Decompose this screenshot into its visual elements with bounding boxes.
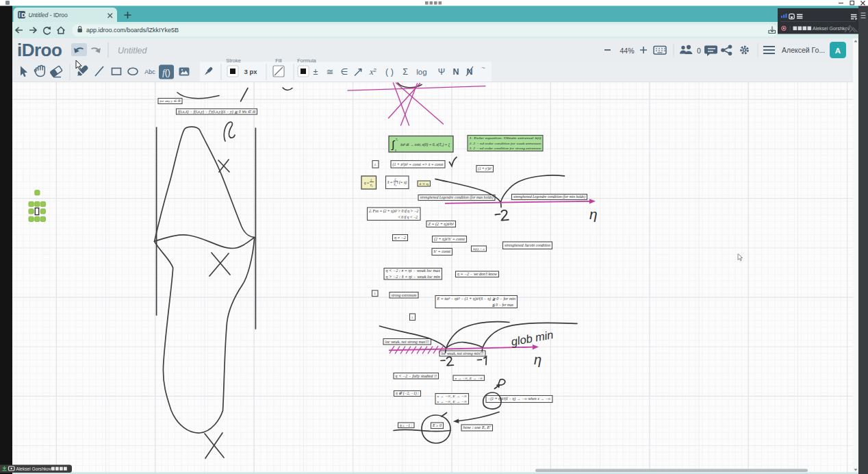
- svg-text:(1 + ẋ²)ẋ² ≡ const => ẋ ≡ co: (1 + ẋ²)ẋ² ≡ const => ẋ ≡ const: [393, 162, 444, 167]
- svg-text:(1 + y′)ẋ²: (1 + y′)ẋ²: [478, 166, 492, 171]
- svg-text:1.: 1.: [411, 316, 413, 319]
- svg-text:η > −2 : x̂ = ηt − weak loc mi: η > −2 : x̂ = ηt − weak loc min: [385, 275, 440, 279]
- svg-text:A: A: [835, 47, 841, 55]
- svg-text:η: η: [589, 206, 598, 222]
- svg-text:Σ: Σ: [403, 67, 408, 77]
- svg-text:N: N: [452, 67, 459, 77]
- svg-text:h(t) = c: h(t) = c: [473, 247, 485, 251]
- svg-text:η ∉ (−2, −1) :: η ∉ (−2, −1) :: [396, 391, 419, 396]
- svg-text:1.: 1.: [374, 163, 377, 166]
- svg-text:ξ: ξ: [371, 178, 372, 182]
- svg-text:±: ±: [314, 67, 318, 77]
- svg-text:f(t,x,ẋ) − f(t,x,y) − f′y(t,x,: f(t,x,ẋ) − f(t,x,y) − f′y(t,x,y)(ẋ − y) …: [178, 110, 256, 114]
- svg-text:3.: 3.: [374, 292, 376, 295]
- svg-text:≦ 0 − for max: ≦ 0 − for max: [492, 303, 513, 307]
- svg-text:Z = (2 + η)ẋ²h²: Z = (2 + η)ẋ²h²: [428, 222, 454, 227]
- svg-text:strenghened Jacobi condition: strenghened Jacobi condition: [505, 243, 550, 247]
- svg-text:44%: 44%: [620, 47, 634, 55]
- svg-text:Aleksei Gorshkov: Aleksei Gorshkov: [813, 26, 850, 31]
- svg-text:η = −2 − we don’t know: η = −2 − we don’t know: [457, 272, 498, 276]
- svg-text:ξ: ξ: [395, 177, 396, 181]
- svg-text:E = ẋα² − ηẋ² − (1 + η)ẋ²(x̂ −: E = ẋα² − ηẋ² − (1 + η)ẋ²(x̂ − η) ≩ 0 − …: [436, 297, 515, 301]
- svg-text:0: 0: [395, 149, 396, 152]
- svg-text:T₀: T₀: [370, 184, 373, 187]
- svg-text:~: ~: [481, 64, 485, 72]
- svg-text:strenghened Legendre condition: strenghened Legendre condition (for min …: [513, 195, 585, 199]
- svg-text:3. 2 − nd order condition for: 3. 2 − nd order condition for strong ext…: [470, 147, 542, 150]
- svg-text:η < −2 : x̂ = ηt − weak loc ma: η < −2 : x̂ = ηt − weak loc max: [385, 269, 440, 273]
- svg-text:x̂ ≡ η: x̂ ≡ η: [418, 182, 429, 186]
- svg-text:D: D: [21, 12, 25, 18]
- svg-text:(2 + η)ẋ′h′ = const: (2 + η)ẋ′h′ = const: [434, 237, 465, 242]
- svg-text:strong extremum: strong extremum: [392, 293, 417, 297]
- svg-text:∈: ∈: [341, 67, 348, 77]
- svg-text:iDroo: iDroo: [17, 40, 62, 60]
- svg-text:η =: η =: [364, 181, 369, 185]
- svg-text:2. 2 − nd order condition for: 2. 2 − nd order condition for weak extre…: [470, 142, 542, 145]
- svg-text:for any y ∈ ℝ: for any y ∈ ℝ: [160, 99, 181, 103]
- svg-text:η < −2 − fully studied !!: η < −2 − fully studied !!: [396, 374, 437, 378]
- svg-text:η: η: [534, 352, 541, 367]
- svg-text:how : use E, E′: how : use E, E′: [463, 425, 492, 429]
- svg-text:≅: ≅: [327, 67, 333, 77]
- svg-text:1. Euler equation. Obtain extr: 1. Euler equation. Obtain extremal x̂(t): [470, 136, 542, 140]
- svg-text:Untitled: Untitled: [118, 46, 147, 55]
- svg-text:η ≠ −2: η ≠ −2: [394, 236, 406, 240]
- svg-text:h′ = const: h′ = const: [434, 249, 451, 253]
- svg-text:Formula: Formula: [297, 58, 316, 64]
- svg-text:loc weak, not strong min!!!: loc weak, not strong min!!!: [442, 351, 484, 356]
- svg-text:Untitled - IDroo: Untitled - IDroo: [29, 12, 68, 18]
- svg-text:Алексей Го...: Алексей Го...: [782, 46, 825, 54]
- svg-text:−(1 + η)ẋ²(x̂ − η) → −∞ when x: −(1 + η)ẋ²(x̂ − η) → −∞ when x → −∞: [488, 397, 551, 401]
- svg-text:loc weak, not strong max!!!: loc weak, not strong max!!!: [385, 340, 430, 344]
- svg-text:0: 0: [697, 47, 701, 55]
- svg-text:app.idroo.com/boards/lZkkIYke5: app.idroo.com/boards/lZkkIYke5B: [86, 27, 179, 34]
- svg-text:f(): f(): [162, 68, 170, 77]
- svg-text:E ≥ 0: E ≥ 0: [432, 423, 442, 427]
- svg-text:log: log: [416, 68, 426, 76]
- svg-text:Aleksei Gorshkov: Aleksei Gorshkov: [16, 466, 52, 471]
- svg-text:Abc: Abc: [144, 68, 155, 75]
- svg-text:T₀: T₀: [394, 183, 396, 186]
- svg-text:3 px: 3 px: [244, 68, 257, 75]
- svg-text:Stroke: Stroke: [226, 58, 241, 64]
- svg-text:2. Fxx = (2 + η)ẋ² > 0 if η >: 2. Fxx = (2 + η)ẋ² > 0 if η > −2: [369, 209, 419, 214]
- svg-text:strenghened Legendre condition: strenghened Legendre condition (for max …: [420, 195, 494, 200]
- svg-text:< 0 if η < −2: < 0 if η < −2: [398, 215, 418, 219]
- svg-text:ẋα² dt → extr, x(0) = 0, x(T₀): ẋα² dt → extr, x(0) = 0, x(T₀) = ξ: [400, 142, 450, 147]
- svg-text:η ≥ −1 :: η ≥ −1 :: [400, 423, 413, 427]
- svg-text:Ψ: Ψ: [438, 67, 445, 77]
- svg-text:( ): ( ): [385, 67, 394, 77]
- svg-text:Fill: Fill: [275, 58, 282, 64]
